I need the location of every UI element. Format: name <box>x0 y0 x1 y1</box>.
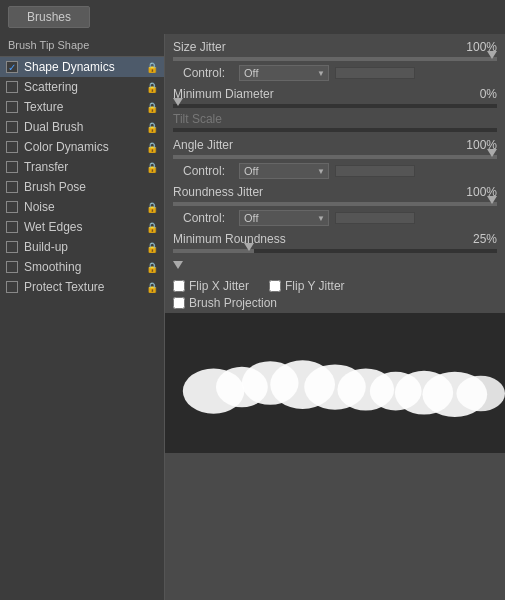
brush-projection-row: Brush Projection <box>173 296 497 310</box>
control-select-1[interactable]: Off <box>239 65 329 81</box>
control-select-wrapper-1: Off <box>239 65 329 81</box>
size-jitter-row: Size Jitter 100% <box>173 40 497 54</box>
min-roundness-value: 25% <box>457 232 497 246</box>
lock-icon-shape-dynamics: 🔒 <box>146 62 158 73</box>
flip-x-label: Flip X Jitter <box>189 279 249 293</box>
flip-y-jitter-item[interactable]: Flip Y Jitter <box>269 279 345 293</box>
sidebar-item-texture[interactable]: Texture🔒 <box>0 97 164 117</box>
min-roundness-slider[interactable] <box>173 249 497 253</box>
brush-projection-label: Brush Projection <box>189 296 277 310</box>
tilt-scale-label: Tilt Scale <box>173 112 497 126</box>
sidebar-item-wet-edges[interactable]: Wet Edges🔒 <box>0 217 164 237</box>
angle-jitter-slider[interactable] <box>173 155 497 159</box>
brush-projection-checkbox[interactable] <box>173 297 185 309</box>
sidebar-checkbox-transfer[interactable] <box>6 161 18 173</box>
flip-y-label: Flip Y Jitter <box>285 279 345 293</box>
sidebar-checkbox-build-up[interactable] <box>6 241 18 253</box>
min-diameter-slider[interactable] <box>173 104 497 108</box>
sidebar-label-noise: Noise <box>24 200 142 214</box>
min-roundness-label: Minimum Roundness <box>173 232 457 246</box>
lock-icon-noise: 🔒 <box>146 202 158 213</box>
sidebar-label-shape-dynamics: Shape Dynamics <box>24 60 142 74</box>
top-bar: Brushes <box>0 0 505 34</box>
sidebar-header: Brush Tip Shape <box>0 34 164 57</box>
sidebar-checkbox-brush-pose[interactable] <box>6 181 18 193</box>
size-jitter-label: Size Jitter <box>173 40 457 54</box>
sidebar-item-noise[interactable]: Noise🔒 <box>0 197 164 217</box>
sidebar-label-protect-texture: Protect Texture <box>24 280 142 294</box>
brushes-button[interactable]: Brushes <box>8 6 90 28</box>
sidebar-label-scattering: Scattering <box>24 80 142 94</box>
roundness-jitter-row: Roundness Jitter 100% <box>173 185 497 199</box>
control-select-wrapper-2: Off <box>239 163 329 179</box>
angle-jitter-row: Angle Jitter 100% <box>173 138 497 152</box>
tilt-scale-section: Tilt Scale <box>173 112 497 132</box>
control-select-3[interactable]: Off <box>239 210 329 226</box>
min-diameter-value: 0% <box>457 87 497 101</box>
sidebar-items-container: ✓Shape Dynamics🔒Scattering🔒Texture🔒Dual … <box>0 57 164 297</box>
sidebar-checkbox-color-dynamics[interactable] <box>6 141 18 153</box>
sidebar-checkbox-noise[interactable] <box>6 201 18 213</box>
sidebar-item-color-dynamics[interactable]: Color Dynamics🔒 <box>0 137 164 157</box>
roundness-jitter-slider[interactable] <box>173 202 497 206</box>
section-divider <box>173 257 497 273</box>
flip-x-jitter-item[interactable]: Flip X Jitter <box>173 279 249 293</box>
lock-icon-color-dynamics: 🔒 <box>146 142 158 153</box>
lock-icon-wet-edges: 🔒 <box>146 222 158 233</box>
lock-icon-protect-texture: 🔒 <box>146 282 158 293</box>
angle-jitter-label: Angle Jitter <box>173 138 457 152</box>
flip-x-checkbox[interactable] <box>173 280 185 292</box>
min-diameter-row: Minimum Diameter 0% <box>173 87 497 101</box>
brush-stroke-svg <box>165 313 505 453</box>
sidebar-checkbox-shape-dynamics[interactable]: ✓ <box>6 61 18 73</box>
main-layout: Brush Tip Shape ✓Shape Dynamics🔒Scatteri… <box>0 34 505 600</box>
checkboxes-row: Flip X Jitter Flip Y Jitter <box>173 279 497 293</box>
sidebar-checkbox-protect-texture[interactable] <box>6 281 18 293</box>
sidebar-label-transfer: Transfer <box>24 160 142 174</box>
min-roundness-row: Minimum Roundness 25% <box>173 232 497 246</box>
lock-icon-scattering: 🔒 <box>146 82 158 93</box>
control-mini-slider-2[interactable] <box>335 165 415 177</box>
control-row-1: Control: Off <box>183 65 497 81</box>
brush-preview-area <box>165 313 505 453</box>
sidebar-label-smoothing: Smoothing <box>24 260 142 274</box>
min-diameter-label: Minimum Diameter <box>173 87 457 101</box>
control-mini-slider-1[interactable] <box>335 67 415 79</box>
sidebar-item-protect-texture[interactable]: Protect Texture🔒 <box>0 277 164 297</box>
control-label-1: Control: <box>183 66 233 80</box>
control-mini-slider-3[interactable] <box>335 212 415 224</box>
svg-point-9 <box>456 376 505 412</box>
lock-icon-transfer: 🔒 <box>146 162 158 173</box>
sidebar-checkbox-smoothing[interactable] <box>6 261 18 273</box>
sidebar-checkbox-dual-brush[interactable] <box>6 121 18 133</box>
sidebar-label-wet-edges: Wet Edges <box>24 220 142 234</box>
control-label-2: Control: <box>183 164 233 178</box>
brush-projection-item[interactable]: Brush Projection <box>173 296 277 310</box>
sidebar-item-build-up[interactable]: Build-up🔒 <box>0 237 164 257</box>
flip-y-checkbox[interactable] <box>269 280 281 292</box>
control-row-2: Control: Off <box>183 163 497 179</box>
sidebar-item-dual-brush[interactable]: Dual Brush🔒 <box>0 117 164 137</box>
sidebar-item-scattering[interactable]: Scattering🔒 <box>0 77 164 97</box>
sidebar-item-brush-pose[interactable]: Brush Pose <box>0 177 164 197</box>
lock-icon-dual-brush: 🔒 <box>146 122 158 133</box>
sidebar-item-shape-dynamics[interactable]: ✓Shape Dynamics🔒 <box>0 57 164 77</box>
sidebar-item-smoothing[interactable]: Smoothing🔒 <box>0 257 164 277</box>
sidebar-checkbox-wet-edges[interactable] <box>6 221 18 233</box>
sidebar-checkbox-scattering[interactable] <box>6 81 18 93</box>
sidebar-checkbox-texture[interactable] <box>6 101 18 113</box>
roundness-jitter-label: Roundness Jitter <box>173 185 457 199</box>
sidebar: Brush Tip Shape ✓Shape Dynamics🔒Scatteri… <box>0 34 165 600</box>
size-jitter-slider[interactable] <box>173 57 497 61</box>
right-panel: Size Jitter 100% Control: Off <box>165 34 505 600</box>
control-row-3: Control: Off <box>183 210 497 226</box>
control-select-wrapper-3: Off <box>239 210 329 226</box>
lock-icon-build-up: 🔒 <box>146 242 158 253</box>
tilt-scale-slider[interactable] <box>173 128 497 132</box>
sidebar-item-transfer[interactable]: Transfer🔒 <box>0 157 164 177</box>
control-label-3: Control: <box>183 211 233 225</box>
control-select-2[interactable]: Off <box>239 163 329 179</box>
sidebar-label-brush-pose: Brush Pose <box>24 180 154 194</box>
lock-icon-smoothing: 🔒 <box>146 262 158 273</box>
sidebar-label-color-dynamics: Color Dynamics <box>24 140 142 154</box>
